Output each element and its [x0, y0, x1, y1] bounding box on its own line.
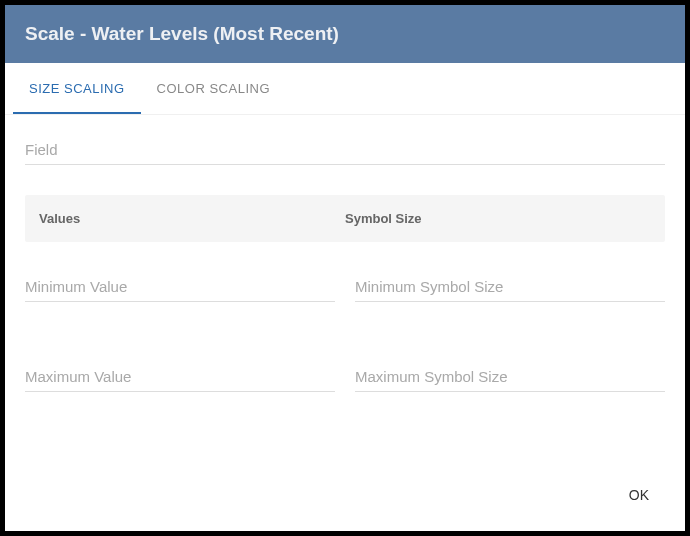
- minimum-value-input[interactable]: [25, 272, 335, 302]
- symbol-size-header: Symbol Size: [345, 211, 651, 226]
- field-row: [25, 135, 665, 165]
- tab-color-scaling[interactable]: COLOR SCALING: [141, 63, 286, 114]
- dialog-actions: OK: [5, 467, 685, 531]
- values-header: Values: [39, 211, 345, 226]
- maximum-value-input[interactable]: [25, 362, 335, 392]
- min-row: [25, 272, 665, 302]
- dialog-content: Values Symbol Size: [5, 115, 685, 467]
- tabs-bar: SIZE SCALING COLOR SCALING: [5, 63, 685, 115]
- maximum-symbol-size-input[interactable]: [355, 362, 665, 392]
- ok-button[interactable]: OK: [617, 479, 661, 511]
- dialog-title: Scale - Water Levels (Most Recent): [5, 5, 685, 63]
- minimum-symbol-size-input[interactable]: [355, 272, 665, 302]
- tab-size-scaling[interactable]: SIZE SCALING: [13, 63, 141, 114]
- field-input[interactable]: [25, 135, 665, 165]
- max-row: [25, 362, 665, 392]
- scale-dialog: Scale - Water Levels (Most Recent) SIZE …: [5, 5, 685, 531]
- columns-header: Values Symbol Size: [25, 195, 665, 242]
